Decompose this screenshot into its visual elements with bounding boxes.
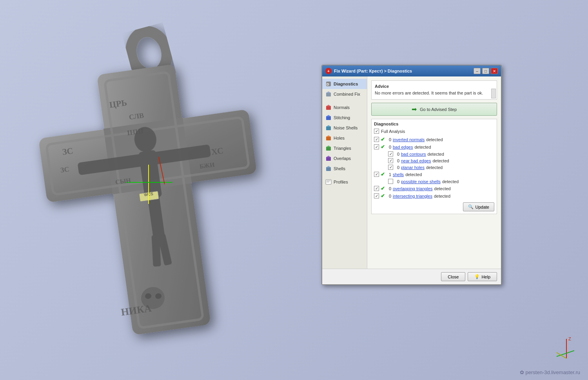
count-inverted-normals: 0: [387, 137, 391, 142]
nav-item-normals[interactable]: Normals: [322, 102, 367, 113]
text-bad-edges: detected: [414, 145, 431, 149]
svg-marker-46: [326, 145, 331, 147]
help-icon: 💡: [474, 274, 480, 279]
link-bad-contours[interactable]: bad contours: [401, 152, 426, 156]
svg-marker-48: [326, 156, 331, 157]
diag-row-near-bad-edges: 0 near bad edges detected: [374, 158, 494, 164]
svg-marker-38: [326, 105, 331, 106]
advice-scrollbar[interactable]: [491, 89, 496, 98]
svg-rect-43: [326, 136, 331, 140]
count-shells: 1: [387, 172, 391, 177]
svg-rect-49: [326, 167, 331, 171]
svg-text:ЗС: ЗС: [62, 145, 74, 157]
watermark: ✿ persten-3d.livemaster.ru: [520, 369, 580, 375]
full-analysis-row: Full Analysis: [374, 129, 494, 134]
count-intersecting: 0: [387, 194, 391, 198]
text-near-bad-edges: detected: [432, 158, 449, 163]
advised-step-button[interactable]: ➡ Go to Advised Step: [371, 103, 497, 116]
text-noise-shells: detected: [442, 179, 459, 184]
diag-row-bad-contours: 0 bad contours detected: [374, 151, 494, 157]
full-analysis-label: Full Analysis: [381, 129, 405, 134]
nav-item-profiles[interactable]: Profiles: [322, 177, 367, 187]
svg-rect-37: [326, 106, 331, 110]
help-button[interactable]: 💡 Help: [468, 272, 497, 281]
diag-row-planar-holes: 0 planar holes detected: [374, 164, 494, 170]
svg-rect-35: [326, 93, 331, 96]
svg-rect-39: [326, 116, 331, 120]
diagnostics-rows: ✔ 0 inverted normals detected ✔ 0 bad ed…: [374, 136, 494, 199]
text-planar-holes: detected: [426, 165, 443, 170]
dialog-nav: D Diagnostics Combined Fix Normals St: [322, 76, 367, 269]
fix-icon: +: [325, 68, 332, 74]
link-overlapping-triangles[interactable]: overlapping triangles: [393, 186, 433, 191]
nav-item-diagnostics[interactable]: D Diagnostics: [322, 79, 367, 89]
checkbox-bad-edges[interactable]: [374, 144, 379, 149]
minimize-button[interactable]: –: [474, 68, 481, 74]
svg-line-31: [557, 351, 574, 356]
nav-item-overlaps[interactable]: Overlaps: [322, 153, 367, 164]
nav-item-stitching[interactable]: Stitching: [322, 113, 367, 123]
advised-arrow-icon: ➡: [412, 105, 417, 113]
check-inverted-normals: ✔: [381, 136, 385, 142]
diag-row-bad-edges: ✔ 0 bad edges detected: [374, 144, 494, 150]
diag-row-intersecting: ✔ 0 intersecting triangles detected: [374, 193, 494, 199]
checkbox-overlapping[interactable]: [374, 186, 379, 191]
fix-wizard-dialog: + Fix Wizard (Part: Крест) > Diagnostics…: [321, 65, 502, 285]
svg-text:D: D: [327, 82, 329, 86]
nav-item-combined-fix[interactable]: Combined Fix: [322, 89, 367, 99]
link-noise-shells[interactable]: possible noise shells: [401, 179, 441, 184]
dialog-content: Advice No more errors are detected. It s…: [367, 76, 501, 269]
svg-marker-50: [326, 166, 331, 167]
svg-marker-36: [326, 91, 331, 93]
close-button[interactable]: Close: [441, 272, 465, 281]
svg-text:Z: Z: [568, 336, 571, 341]
link-near-bad-edges[interactable]: near bad edges: [401, 158, 431, 163]
svg-rect-45: [326, 147, 331, 151]
diagnostics-panel: Diagnostics Full Analysis ✔ 0 inve: [371, 119, 497, 214]
nav-item-holes[interactable]: Holes: [322, 133, 367, 143]
diag-row-overlapping: ✔ 0 overlapping triangles detected: [374, 185, 494, 192]
svg-text:ХС: ХС: [211, 145, 224, 157]
close-title-button[interactable]: ✕: [491, 68, 498, 74]
cross-model: WCS ЦРЬ СЛВ ІННІ ЗС ХС ЗС БЖИ СЫН НИКА: [24, 16, 306, 369]
checkbox-intersecting[interactable]: [374, 193, 379, 198]
dialog-titlebar: + Fix Wizard (Part: Крест) > Diagnostics…: [322, 65, 501, 76]
checkbox-shells[interactable]: [374, 172, 379, 177]
checkbox-planar-holes[interactable]: [388, 165, 393, 170]
link-inverted-normals[interactable]: inverted normals: [393, 137, 425, 142]
svg-marker-42: [326, 125, 331, 127]
link-bad-edges[interactable]: bad edges: [393, 145, 413, 149]
axis-indicator: Z: [553, 335, 576, 358]
checkbox-bad-contours[interactable]: [388, 151, 393, 156]
update-section: 🔍 Update: [374, 202, 494, 211]
full-analysis-checkbox[interactable]: [374, 129, 379, 134]
advice-label: Advice: [375, 84, 494, 89]
dialog-footer: Close 💡 Help: [322, 269, 501, 284]
diagnostics-label: Diagnostics: [374, 122, 494, 126]
search-icon: 🔍: [468, 204, 474, 209]
checkbox-noise-shells[interactable]: [388, 179, 393, 184]
nav-item-noise-shells[interactable]: Noise Shells: [322, 123, 367, 133]
text-bad-contours: detected: [428, 152, 444, 156]
link-intersecting-triangles[interactable]: intersecting triangles: [393, 194, 432, 198]
update-button[interactable]: 🔍 Update: [463, 202, 494, 211]
diag-row-inverted-normals: ✔ 0 inverted normals detected: [374, 136, 494, 143]
viewport: WCS ЦРЬ СЛВ ІННІ ЗС ХС ЗС БЖИ СЫН НИКА: [0, 0, 588, 380]
check-overlapping: ✔: [381, 185, 385, 191]
check-intersecting: ✔: [381, 193, 385, 199]
count-noise-shells: 0: [395, 179, 399, 184]
dialog-controls: – □ ✕: [474, 68, 498, 74]
count-bad-contours: 0: [395, 152, 399, 156]
link-shells[interactable]: shells: [393, 172, 404, 177]
nav-item-shells[interactable]: Shells: [322, 164, 367, 174]
link-planar-holes[interactable]: planar holes: [401, 165, 425, 170]
text-inverted-normals: detected: [426, 137, 443, 142]
dialog-title: Fix Wizard (Part: Крест) > Diagnostics: [334, 69, 412, 73]
advice-text: No more errors are detected. It seems th…: [375, 90, 494, 96]
svg-rect-47: [326, 157, 331, 161]
restore-button[interactable]: □: [482, 68, 489, 74]
nav-item-triangles[interactable]: Triangles: [322, 143, 367, 153]
checkbox-inverted-normals[interactable]: [374, 137, 379, 142]
checkbox-near-bad-edges[interactable]: [388, 158, 393, 163]
dialog-body: D Diagnostics Combined Fix Normals St: [322, 76, 501, 269]
